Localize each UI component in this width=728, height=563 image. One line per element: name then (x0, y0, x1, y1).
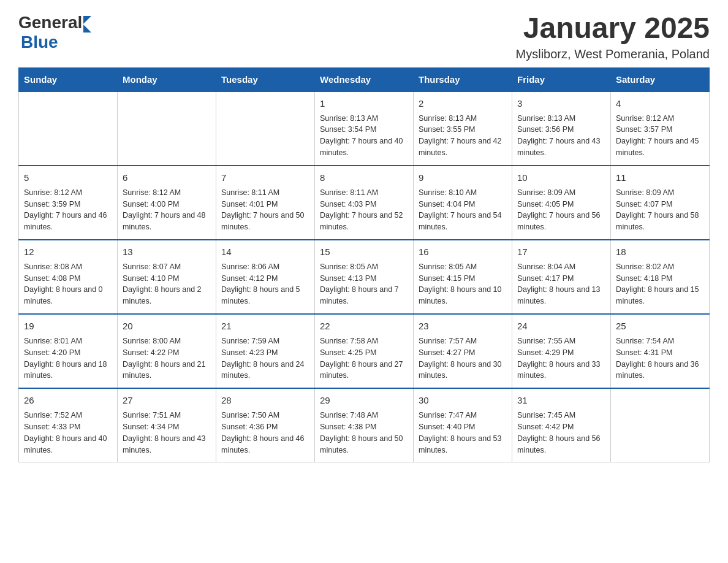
day-number: 19 (24, 320, 112, 333)
day-info: Sunrise: 7:47 AMSunset: 4:40 PMDaylight:… (419, 411, 502, 454)
table-row: 12 Sunrise: 8:08 AMSunset: 4:08 PMDaylig… (19, 240, 118, 314)
calendar-header-row: Sunday Monday Tuesday Wednesday Thursday… (19, 67, 710, 91)
day-number: 6 (123, 171, 211, 185)
col-saturday: Saturday (611, 67, 710, 91)
table-row: 8 Sunrise: 8:11 AMSunset: 4:03 PMDayligh… (315, 166, 414, 240)
title-block: January 2025 Mysliborz, West Pomerania, … (516, 12, 710, 61)
day-info: Sunrise: 8:05 AMSunset: 4:13 PMDaylight:… (320, 262, 399, 306)
day-number: 16 (419, 245, 507, 259)
logo-blue: Blue (21, 33, 58, 52)
table-row: 5 Sunrise: 8:12 AMSunset: 3:59 PMDayligh… (19, 166, 118, 240)
table-row: 9 Sunrise: 8:10 AMSunset: 4:04 PMDayligh… (414, 166, 512, 240)
table-row: 20 Sunrise: 8:00 AMSunset: 4:22 PMDaylig… (118, 314, 216, 388)
col-wednesday: Wednesday (315, 67, 414, 91)
location-subtitle: Mysliborz, West Pomerania, Poland (516, 47, 710, 61)
calendar-week-row: 5 Sunrise: 8:12 AMSunset: 3:59 PMDayligh… (19, 166, 710, 240)
day-number: 17 (517, 245, 605, 259)
day-number: 13 (123, 245, 211, 259)
table-row: 22 Sunrise: 7:58 AMSunset: 4:25 PMDaylig… (315, 314, 414, 388)
day-info: Sunrise: 8:06 AMSunset: 4:12 PMDaylight:… (221, 262, 300, 306)
day-info: Sunrise: 7:59 AMSunset: 4:23 PMDaylight:… (221, 337, 305, 380)
table-row: 11 Sunrise: 8:09 AMSunset: 4:07 PMDaylig… (611, 166, 710, 240)
day-number: 29 (320, 394, 408, 407)
day-info: Sunrise: 8:11 AMSunset: 4:01 PMDaylight:… (221, 188, 305, 232)
table-row (118, 91, 216, 166)
day-info: Sunrise: 8:10 AMSunset: 4:04 PMDaylight:… (419, 188, 502, 232)
calendar-week-row: 19 Sunrise: 8:01 AMSunset: 4:20 PMDaylig… (19, 314, 710, 388)
table-row: 6 Sunrise: 8:12 AMSunset: 4:00 PMDayligh… (118, 166, 216, 240)
day-number: 18 (616, 245, 704, 259)
day-number: 9 (419, 171, 507, 185)
day-info: Sunrise: 7:55 AMSunset: 4:29 PMDaylight:… (517, 337, 601, 380)
day-number: 23 (419, 320, 507, 333)
table-row: 25 Sunrise: 7:54 AMSunset: 4:31 PMDaylig… (611, 314, 710, 388)
day-info: Sunrise: 8:09 AMSunset: 4:05 PMDaylight:… (517, 188, 601, 232)
day-number: 10 (517, 171, 605, 185)
table-row (216, 91, 315, 166)
day-number: 25 (616, 320, 704, 333)
day-info: Sunrise: 7:54 AMSunset: 4:31 PMDaylight:… (616, 337, 699, 380)
day-number: 28 (221, 394, 309, 407)
table-row: 23 Sunrise: 7:57 AMSunset: 4:27 PMDaylig… (414, 314, 512, 388)
col-friday: Friday (512, 67, 611, 91)
table-row: 7 Sunrise: 8:11 AMSunset: 4:01 PMDayligh… (216, 166, 315, 240)
col-sunday: Sunday (19, 67, 118, 91)
table-row (611, 388, 710, 462)
table-row: 3 Sunrise: 8:13 AMSunset: 3:56 PMDayligh… (512, 91, 611, 166)
calendar-week-row: 26 Sunrise: 7:52 AMSunset: 4:33 PMDaylig… (19, 388, 710, 462)
day-number: 21 (221, 320, 309, 333)
day-info: Sunrise: 8:09 AMSunset: 4:07 PMDaylight:… (616, 188, 699, 232)
table-row: 29 Sunrise: 7:48 AMSunset: 4:38 PMDaylig… (315, 388, 414, 462)
table-row: 2 Sunrise: 8:13 AMSunset: 3:55 PMDayligh… (414, 91, 512, 166)
day-number: 26 (24, 394, 112, 407)
day-number: 15 (320, 245, 408, 259)
table-row: 10 Sunrise: 8:09 AMSunset: 4:05 PMDaylig… (512, 166, 611, 240)
day-number: 8 (320, 171, 408, 185)
month-title: January 2025 (516, 12, 710, 45)
table-row (19, 91, 118, 166)
table-row: 21 Sunrise: 7:59 AMSunset: 4:23 PMDaylig… (216, 314, 315, 388)
table-row: 14 Sunrise: 8:06 AMSunset: 4:12 PMDaylig… (216, 240, 315, 314)
calendar-week-row: 1 Sunrise: 8:13 AMSunset: 3:54 PMDayligh… (19, 91, 710, 166)
col-tuesday: Tuesday (216, 67, 315, 91)
table-row: 13 Sunrise: 8:07 AMSunset: 4:10 PMDaylig… (118, 240, 216, 314)
day-info: Sunrise: 7:45 AMSunset: 4:42 PMDaylight:… (517, 411, 601, 454)
day-number: 1 (320, 97, 408, 110)
day-number: 2 (419, 97, 507, 110)
day-number: 22 (320, 320, 408, 333)
table-row: 17 Sunrise: 8:04 AMSunset: 4:17 PMDaylig… (512, 240, 611, 314)
col-thursday: Thursday (414, 67, 512, 91)
day-number: 12 (24, 245, 112, 259)
calendar-week-row: 12 Sunrise: 8:08 AMSunset: 4:08 PMDaylig… (19, 240, 710, 314)
table-row: 30 Sunrise: 7:47 AMSunset: 4:40 PMDaylig… (414, 388, 512, 462)
table-row: 26 Sunrise: 7:52 AMSunset: 4:33 PMDaylig… (19, 388, 118, 462)
table-row: 15 Sunrise: 8:05 AMSunset: 4:13 PMDaylig… (315, 240, 414, 314)
day-info: Sunrise: 7:58 AMSunset: 4:25 PMDaylight:… (320, 337, 403, 380)
day-info: Sunrise: 7:57 AMSunset: 4:27 PMDaylight:… (419, 337, 502, 380)
table-row: 28 Sunrise: 7:50 AMSunset: 4:36 PMDaylig… (216, 388, 315, 462)
day-info: Sunrise: 8:13 AMSunset: 3:54 PMDaylight:… (320, 114, 403, 158)
day-number: 5 (24, 171, 112, 185)
day-info: Sunrise: 7:50 AMSunset: 4:36 PMDaylight:… (221, 411, 305, 454)
day-number: 30 (419, 394, 507, 407)
day-number: 7 (221, 171, 309, 185)
day-number: 11 (616, 171, 704, 185)
day-number: 14 (221, 245, 309, 259)
table-row: 18 Sunrise: 8:02 AMSunset: 4:18 PMDaylig… (611, 240, 710, 314)
day-number: 4 (616, 97, 704, 110)
day-number: 31 (517, 394, 605, 407)
day-number: 20 (123, 320, 211, 333)
day-info: Sunrise: 8:02 AMSunset: 4:18 PMDaylight:… (616, 262, 699, 306)
logo: General Blue (18, 12, 91, 52)
table-row: 27 Sunrise: 7:51 AMSunset: 4:34 PMDaylig… (118, 388, 216, 462)
table-row: 1 Sunrise: 8:13 AMSunset: 3:54 PMDayligh… (315, 91, 414, 166)
logo-general: General (18, 13, 82, 33)
day-info: Sunrise: 8:12 AMSunset: 4:00 PMDaylight:… (123, 188, 206, 232)
day-info: Sunrise: 8:07 AMSunset: 4:10 PMDaylight:… (123, 262, 202, 306)
day-info: Sunrise: 8:12 AMSunset: 3:57 PMDaylight:… (616, 114, 699, 158)
day-info: Sunrise: 7:48 AMSunset: 4:38 PMDaylight:… (320, 411, 403, 454)
table-row: 4 Sunrise: 8:12 AMSunset: 3:57 PMDayligh… (611, 91, 710, 166)
table-row: 31 Sunrise: 7:45 AMSunset: 4:42 PMDaylig… (512, 388, 611, 462)
page-header: General Blue January 2025 Mysliborz, Wes… (18, 12, 710, 61)
day-info: Sunrise: 8:13 AMSunset: 3:55 PMDaylight:… (419, 114, 502, 158)
